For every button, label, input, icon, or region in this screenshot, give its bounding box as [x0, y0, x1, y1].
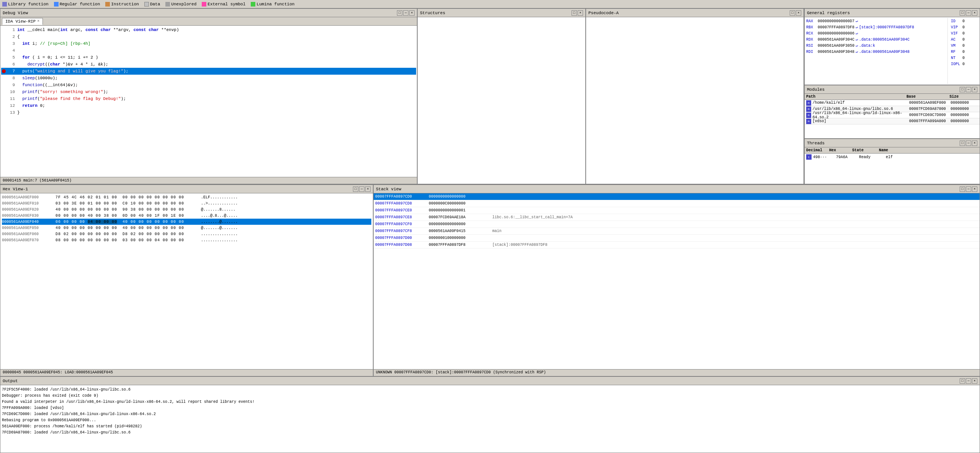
stack-close-btn[interactable]: ×	[972, 186, 977, 192]
reg-min-btn[interactable]: —	[966, 10, 971, 16]
modules-controls[interactable]: □ — ×	[960, 87, 977, 92]
mod-size-libc: 00000000	[951, 107, 978, 111]
hex-content[interactable]: 0000561AA09EF000 7F 45 4C 46 02 01 01 00…	[0, 193, 373, 369]
code-line-12: 12 return 0;	[1, 102, 416, 109]
output-restore-btn[interactable]: □	[960, 378, 965, 384]
code-line-9: 9 function((__int64)&v);	[1, 82, 416, 88]
debug-view-controls[interactable]: □ — ×	[397, 10, 415, 16]
modules-header: Path Base Size	[805, 94, 980, 100]
structures-controls[interactable]: □ ×	[572, 10, 583, 16]
code-line-5: 5 for ( i = 0; i <= 11; i += 2 )	[1, 54, 416, 61]
th-min-btn[interactable]: —	[966, 141, 971, 146]
code-line-13: 13 }	[1, 109, 416, 116]
threads-controls[interactable]: □ — ×	[960, 141, 977, 146]
mod-col-base-header: Base	[906, 95, 949, 99]
legend-data-color	[144, 2, 149, 7]
reg-rcx: RCX 0000000000000006 ↵	[806, 30, 947, 36]
registers-title-bar: General registers □ — ×	[805, 9, 980, 17]
bp-2	[2, 35, 6, 39]
debug-close-btn[interactable]: ×	[409, 10, 415, 16]
debug-status-text: 00001415 main:7 (561AA09F0415)	[3, 178, 72, 183]
tab-ida-close[interactable]: ×	[37, 19, 39, 23]
modules-title: Modules	[807, 87, 825, 92]
th-close-btn[interactable]: ×	[972, 141, 977, 146]
legend-unexplored-color	[165, 2, 170, 7]
code-text-2: {	[17, 34, 20, 39]
legend-regular-label: Regular function	[60, 2, 100, 7]
output-line-3: 7FFFA099A000: loaded [vdso]	[2, 405, 978, 411]
output-min-btn[interactable]: —	[966, 378, 971, 384]
bp-13	[2, 111, 6, 114]
code-area[interactable]: 1 int __cdecl main(int argc, const char …	[0, 26, 417, 177]
debug-view-title-bar: Debug View □ — ×	[0, 9, 417, 17]
hex-title-bar: Hex View-1 □ — ×	[0, 185, 373, 193]
mod-row-ld[interactable]: m /usr/lib/x86_64-linux-gnu/ld-linux-x86…	[805, 112, 980, 118]
pseudocode-close-btn[interactable]: ×	[796, 10, 801, 16]
line-num-12: 12	[7, 103, 15, 108]
mod-size-ld: 00000000	[951, 113, 978, 117]
bp-12	[2, 104, 6, 108]
pseudocode-controls[interactable]: □ ×	[790, 10, 801, 16]
code-line-1: 1 int __cdecl main(int argc, const char …	[1, 26, 416, 33]
mod-row-vdso[interactable]: m [vdso] 00007FFFA099A000 00000000	[805, 118, 980, 124]
bp-3	[2, 42, 6, 46]
registers-title: General registers	[807, 11, 850, 15]
structures-title: Structures	[420, 11, 445, 15]
hex-restore-btn[interactable]: □	[353, 186, 358, 192]
legend-regular-color	[54, 2, 59, 7]
mod-close-btn[interactable]: ×	[972, 87, 977, 92]
line-num-11: 11	[7, 96, 15, 101]
th-hex-0: 79A6A	[836, 155, 859, 159]
code-text-13: }	[17, 110, 20, 115]
hex-status-text: 00000045 0000561AA09EF045: LOAD:0000561A…	[3, 370, 113, 375]
mod-col-size-header: Size	[949, 95, 978, 99]
reg-id: ID0	[951, 18, 978, 24]
code-text-3: int i; // [rsp+Ch] [rbp-4h]	[17, 41, 90, 46]
structures-close-btn[interactable]: ×	[578, 10, 583, 16]
th-col-dec: Decimal	[806, 148, 829, 152]
line-num-7: 7	[7, 69, 15, 74]
tab-ida-view-rip[interactable]: IDA View-RIP ×	[2, 18, 43, 25]
reg-restore-btn[interactable]: □	[960, 10, 965, 16]
mod-min-btn[interactable]: —	[966, 87, 971, 92]
pseudocode-title-bar: Pseudocode-A □ ×	[586, 9, 804, 17]
hex-close-btn[interactable]: ×	[365, 186, 371, 192]
stack-status: UNKNOWN 00007FFFA0897CD0: [stack]:00007F…	[374, 369, 980, 376]
mod-restore-btn[interactable]: □	[960, 87, 965, 92]
th-dec-0: 498···	[813, 155, 836, 159]
hex-line-5: 0000561AA09EF050 40 00 00 00 00 00 00 00…	[2, 225, 371, 231]
pseudocode-content	[586, 17, 804, 184]
legend-instruction-color	[105, 2, 110, 7]
pseudocode-restore-btn[interactable]: □	[790, 10, 795, 16]
reg-close-btn[interactable]: ×	[972, 10, 977, 16]
th-restore-btn[interactable]: □	[960, 141, 965, 146]
debug-restore-btn[interactable]: □	[397, 10, 402, 16]
reg-rax: RAX 00000000000000D7 ↵	[806, 18, 947, 24]
thread-row-0[interactable]: t 498··· 79A6A Ready elf	[805, 154, 980, 160]
debug-status-bar: 00001415 main:7 (561AA09F0415)	[0, 177, 417, 184]
structures-restore-btn[interactable]: □	[572, 10, 577, 16]
debug-minimize-btn[interactable]: —	[403, 10, 408, 16]
stack-min-btn[interactable]: —	[966, 186, 971, 192]
stack-restore-btn[interactable]: □	[960, 186, 965, 192]
stack-content[interactable]: 00007FFFA0897CD0 0000000000000000 00007F…	[374, 193, 980, 369]
hex-min-btn[interactable]: —	[359, 186, 364, 192]
output-panel: Output □ — × 7F2F5C5F4000: loaded /usr/l…	[0, 376, 980, 453]
stack-line-1: 00007FFFA0897CD8 0000000C00000000	[374, 200, 980, 207]
debug-tab-bar: IDA View-RIP ×	[0, 17, 417, 26]
stack-line-7: 00007FFFA0897D08 00007FFFA0897DF8 [stack…	[374, 242, 980, 249]
registers-controls[interactable]: □ — ×	[960, 10, 977, 16]
output-close-btn[interactable]: ×	[972, 378, 977, 384]
reg-rbx: RBX 00007FFFA0897DF8 ↵ [stack]:00007FFFA…	[806, 24, 947, 30]
stack-line-3: 00007FFFA0897CE8 00007FCD69AAE18A libc.s…	[374, 214, 980, 221]
line-num-4: 4	[7, 48, 15, 53]
mod-row-elf[interactable]: m /home/kali/elf 0000561AA09EF000 000000…	[805, 100, 980, 106]
hex-controls[interactable]: □ — ×	[353, 186, 371, 192]
debug-view-title: Debug View	[3, 11, 28, 15]
output-content[interactable]: 7F2F5C5F4000: loaded /usr/lib/x86_64-lin…	[0, 385, 980, 453]
bp-5	[2, 56, 6, 59]
output-controls[interactable]: □ — ×	[960, 378, 977, 384]
main-container: Debug View □ — × IDA View-RIP × 1 int	[0, 8, 980, 453]
code-text-12: return 0;	[17, 103, 45, 108]
stack-controls[interactable]: □ — ×	[960, 186, 977, 192]
